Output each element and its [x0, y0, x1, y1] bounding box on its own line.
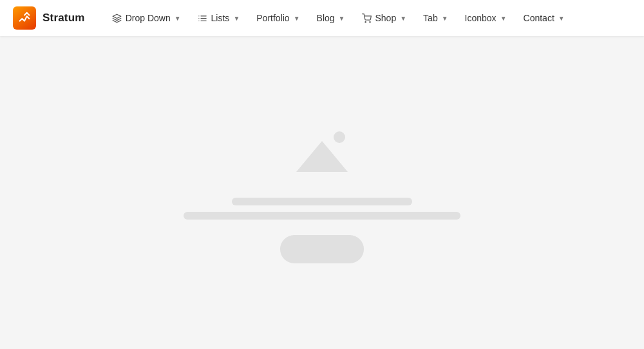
nav-label-lists: Lists — [211, 13, 230, 23]
nav-item-iconbox: Iconbox ▼ — [457, 8, 515, 28]
nav-label-portfolio: Portfolio — [256, 13, 289, 23]
nav-label-contact: Contact — [524, 13, 554, 23]
chevron-down-icon: ▼ — [400, 15, 406, 22]
nav-item-blog: Blog ▼ — [309, 8, 353, 28]
skeleton-button — [280, 235, 364, 263]
nav-menu: Drop Down ▼ Lists ▼ — [104, 8, 573, 28]
list-icon — [198, 13, 208, 23]
chevron-down-icon: ▼ — [175, 15, 181, 22]
nav-item-lists: Lists ▼ — [190, 8, 248, 28]
nav-label-shop: Shop — [375, 13, 396, 23]
svg-marker-0 — [113, 14, 121, 18]
nav-item-shop: Shop ▼ — [354, 8, 414, 28]
nav-item-contact: Contact ▼ — [516, 8, 573, 28]
brand-name: Stratum — [43, 12, 85, 24]
svg-point-11 — [334, 131, 345, 143]
layers-icon — [112, 13, 122, 23]
logo-icon — [13, 6, 36, 30]
svg-marker-9 — [296, 141, 348, 172]
chevron-down-icon: ▼ — [442, 15, 448, 22]
chevron-down-icon: ▼ — [500, 15, 507, 22]
nav-link-contact[interactable]: Contact ▼ — [516, 8, 573, 28]
nav-label-iconbox: Iconbox — [465, 13, 497, 23]
nav-link-tab[interactable]: Tab ▼ — [415, 8, 455, 28]
nav-label-dropdown: Drop Down — [126, 13, 171, 23]
chevron-down-icon: ▼ — [558, 15, 565, 22]
nav-item-dropdown: Drop Down ▼ — [104, 8, 189, 28]
nav-link-lists[interactable]: Lists ▼ — [190, 8, 248, 28]
nav-link-shop[interactable]: Shop ▼ — [354, 8, 414, 28]
skeleton-line-long — [184, 212, 460, 220]
nav-link-iconbox[interactable]: Iconbox ▼ — [457, 8, 515, 28]
svg-point-7 — [365, 21, 366, 22]
svg-point-8 — [370, 21, 370, 22]
nav-label-blog: Blog — [317, 13, 335, 23]
skeleton-text-lines — [184, 198, 460, 220]
nav-link-dropdown[interactable]: Drop Down ▼ — [104, 8, 189, 28]
nav-link-blog[interactable]: Blog ▼ — [309, 8, 353, 28]
logo[interactable]: Stratum — [13, 6, 85, 30]
nav-label-tab: Tab — [423, 13, 438, 23]
placeholder-image-icon — [287, 122, 357, 180]
chevron-down-icon: ▼ — [233, 15, 240, 22]
cart-icon — [361, 13, 372, 23]
navbar: Stratum Drop Down ▼ — [0, 0, 644, 36]
main-content — [0, 36, 644, 349]
nav-item-portfolio: Portfolio ▼ — [249, 8, 307, 28]
chevron-down-icon: ▼ — [339, 15, 345, 22]
chevron-down-icon: ▼ — [294, 15, 300, 22]
nav-link-portfolio[interactable]: Portfolio ▼ — [249, 8, 307, 28]
skeleton-line-short — [232, 198, 412, 205]
nav-item-tab: Tab ▼ — [415, 8, 455, 28]
